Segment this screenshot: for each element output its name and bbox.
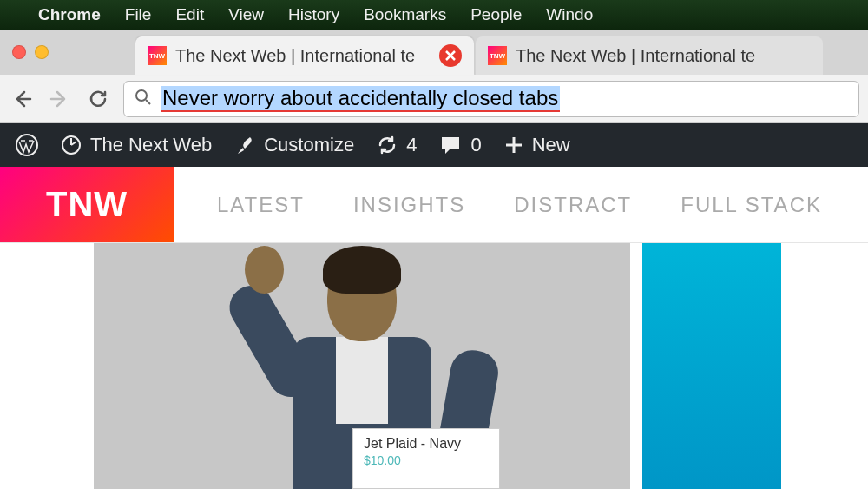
nav-latest[interactable]: LATEST (217, 193, 305, 217)
close-window-button[interactable] (12, 45, 26, 59)
nav-fullstack[interactable]: FULL STACK (681, 193, 822, 217)
menubar-view[interactable]: View (228, 5, 264, 24)
wp-comments-button[interactable]: 0 (439, 134, 481, 156)
back-button[interactable] (9, 86, 35, 112)
wp-new-label: New (532, 134, 570, 156)
wp-site-button[interactable]: The Next Web (61, 134, 212, 156)
article-tile-secondary[interactable] (642, 243, 781, 489)
wordpress-icon (16, 134, 38, 156)
menubar-people[interactable]: People (470, 5, 522, 24)
browser-tab-active[interactable]: TNW The Next Web | International te (135, 36, 474, 75)
wp-updates-button[interactable]: 4 (377, 134, 417, 156)
wp-customize-button[interactable]: Customize (234, 134, 354, 156)
site-nav: TNW LATEST INSIGHTS DISTRACT FULL STACK (0, 167, 868, 243)
wp-site-name: The Next Web (90, 134, 212, 156)
address-bar-text: Never worry about accidentally closed ta… (161, 86, 560, 112)
reload-button[interactable] (85, 86, 111, 112)
product-card[interactable]: Jet Plaid - Navy $10.00 (352, 428, 500, 489)
arrow-left-icon (11, 89, 32, 109)
svg-point-0 (136, 90, 147, 101)
tab-title: The Next Web | International te (516, 46, 811, 66)
browser-tabstrip: TNW The Next Web | International te TNW … (0, 30, 868, 75)
menubar-history[interactable]: History (288, 5, 339, 24)
search-icon (135, 89, 152, 109)
nav-insights[interactable]: INSIGHTS (353, 193, 465, 217)
tab-close-button[interactable] (439, 44, 462, 67)
menubar-file[interactable]: File (125, 5, 152, 24)
wp-customize-label: Customize (264, 134, 354, 156)
browser-tab-inactive[interactable]: TNW The Next Web | International te (476, 36, 823, 75)
site-logo[interactable]: TNW (0, 167, 174, 242)
wp-admin-bar: The Next Web Customize 4 0 New (0, 123, 868, 167)
content-area: Jet Plaid - Navy $10.00 (0, 243, 868, 489)
close-icon (444, 50, 457, 62)
updates-icon (377, 135, 398, 155)
wp-comments-count: 0 (470, 134, 481, 156)
dashboard-icon (61, 135, 82, 155)
menubar-app-name[interactable]: Chrome (38, 5, 101, 24)
brush-icon (234, 135, 255, 155)
wp-new-button[interactable]: New (504, 134, 570, 156)
minimize-window-button[interactable] (35, 45, 49, 59)
nav-distract[interactable]: DISTRACT (514, 193, 632, 217)
plus-icon (504, 135, 523, 155)
comment-icon (439, 134, 462, 156)
tab-title: The Next Web | International te (175, 46, 432, 66)
reload-icon (88, 89, 108, 109)
menubar-edit[interactable]: Edit (175, 5, 204, 24)
article-tile[interactable]: Jet Plaid - Navy $10.00 (94, 243, 630, 489)
tab-favicon-icon: TNW (148, 46, 167, 65)
logo-text: TNW (46, 185, 128, 224)
product-title: Jet Plaid - Navy (364, 436, 489, 452)
tab-favicon-icon: TNW (488, 46, 507, 65)
mac-menubar: Chrome File Edit View History Bookmarks … (0, 0, 868, 30)
menubar-window[interactable]: Windo (546, 5, 593, 24)
address-bar[interactable]: Never worry about accidentally closed ta… (123, 81, 859, 117)
arrow-right-icon (49, 89, 70, 109)
product-price: $10.00 (364, 453, 489, 467)
window-controls (12, 45, 49, 59)
nav-links: LATEST INSIGHTS DISTRACT FULL STACK (174, 167, 822, 242)
forward-button[interactable] (47, 86, 73, 112)
browser-toolbar: Never worry about accidentally closed ta… (0, 75, 868, 123)
menubar-bookmarks[interactable]: Bookmarks (364, 5, 446, 24)
wp-logo-button[interactable] (16, 134, 38, 156)
wp-updates-count: 4 (406, 134, 417, 156)
